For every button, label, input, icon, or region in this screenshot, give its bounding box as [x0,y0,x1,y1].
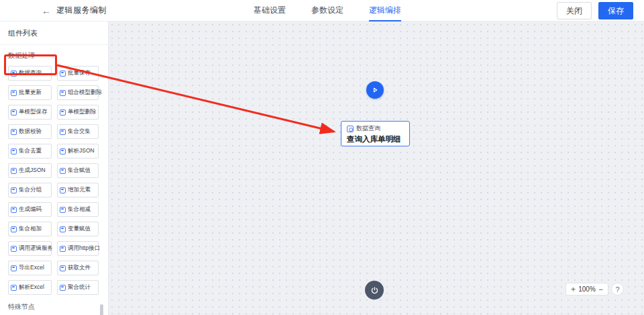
component-icon [60,285,66,291]
flow-canvas[interactable]: 数据查询 查询入库单明细 + 100% − ? [109,21,644,315]
component-label: 单模型删除 [68,108,97,116]
component-icon [60,207,66,213]
sidebar-title: 组件列表 [0,21,108,45]
component-button[interactable]: 生成编码 [8,202,52,217]
component-label: 解析Excel [19,283,44,291]
component-button[interactable]: 组合模型删除 [57,85,99,100]
component-button[interactable]: 生成JSON [8,163,52,178]
back-arrow-icon[interactable]: ← [42,5,51,16]
close-button[interactable]: 关闭 [557,2,592,19]
component-icon [11,265,17,271]
component-label: 解析JSON [68,147,95,155]
zoom-in-button[interactable]: + [571,285,576,294]
component-label: 集合相加 [19,225,42,233]
component-button[interactable]: 数据查询 [8,66,52,81]
component-sidebar: 组件列表 数据处理 数据查询 批量保存 批量更新 组合模型删除 单模型保存 单模… [0,21,109,315]
tab-bar: 基础设置 参数设定 逻辑编排 [254,0,401,21]
component-label: 生成编码 [19,206,42,214]
tab-logic-orchestration[interactable]: 逻辑编排 [369,0,401,21]
component-button[interactable]: 获取文件 [57,261,99,275]
component-icon [11,129,17,135]
component-icon [60,148,66,154]
component-icon [11,71,17,77]
node-header: 数据查询 [347,124,404,133]
component-button[interactable]: 批量保存 [57,66,99,81]
component-icon [60,187,66,193]
component-button[interactable]: 集合相加 [8,222,52,236]
tab-basic-settings[interactable]: 基础设置 [254,0,286,21]
section-label-data-processing: 数据处理 [0,45,108,64]
flow-node-data-query[interactable]: 数据查询 查询入库单明细 [341,121,410,146]
page-title: 逻辑服务编制 [56,5,107,16]
component-icon [11,148,17,154]
start-node-button[interactable] [366,81,384,99]
component-icon [60,226,66,232]
component-label: 集合分组 [19,186,42,194]
zoom-level: 100% [578,285,596,293]
component-button[interactable]: 导出Excel [8,261,52,275]
component-icon [11,226,17,232]
node-type-label: 数据查询 [356,124,380,133]
component-icon [11,285,17,291]
component-icon [60,168,66,174]
component-label: 调用http接口 [68,244,100,253]
component-label: 数据校验 [19,128,42,136]
component-icon [11,187,17,193]
topbar: ← 逻辑服务编制 基础设置 参数设定 逻辑编排 关闭 保存 [0,0,644,21]
component-button[interactable]: 调用http接口 [57,241,99,256]
component-button[interactable]: 批量更新 [8,85,52,100]
component-button[interactable]: 解析JSON [57,144,99,159]
power-icon [370,286,379,295]
component-icon [60,90,66,96]
component-label: 调用逻辑服务 [19,244,53,253]
back-group[interactable]: ← 逻辑服务编制 [0,5,107,16]
component-icon [60,246,66,252]
component-label: 数据查询 [19,69,42,77]
end-node-button[interactable] [365,281,384,300]
component-label: 增加元素 [68,186,91,194]
component-label: 批量保存 [68,69,91,77]
logic-service-editor: ← 逻辑服务编制 基础设置 参数设定 逻辑编排 关闭 保存 组件列表 数据处理 … [0,0,644,315]
component-label: 生成JSON [19,167,46,175]
component-label: 集合去重 [19,147,42,155]
component-button[interactable]: 集合赋值 [57,163,99,178]
component-button[interactable]: 单模型保存 [8,105,52,120]
component-icon [60,71,66,77]
component-icon [11,246,17,252]
component-button[interactable]: 调用逻辑服务 [8,241,52,256]
node-name: 查询入库单明细 [347,134,404,144]
component-button[interactable]: 集合分组 [8,183,52,197]
component-button[interactable]: 集合去重 [8,144,52,159]
component-button[interactable]: 数据校验 [8,124,52,139]
component-icon [60,109,66,116]
component-label: 获取文件 [68,264,91,272]
component-icon [11,90,17,96]
question-mark-icon: ? [615,285,619,294]
component-label: 聚合统计 [68,283,91,291]
component-button[interactable]: 解析Excel [8,280,52,295]
sidebar-scrollbar[interactable] [100,304,103,315]
component-button[interactable]: 变量赋值 [57,222,99,236]
component-button[interactable]: 单模型删除 [57,105,99,120]
component-label: 批量更新 [19,89,42,97]
component-icon [60,265,66,271]
help-button[interactable]: ? [611,283,624,296]
section-label-special-nodes: 特殊节点 [0,296,108,315]
data-query-icon [347,126,354,132]
tab-parameter-settings[interactable]: 参数设定 [311,0,343,21]
component-button[interactable]: 增加元素 [57,183,99,197]
zoom-control: + 100% − [566,283,608,296]
component-icon [60,129,66,135]
component-button[interactable]: 聚合统计 [57,280,99,295]
zoom-out-button[interactable]: − [598,285,603,294]
component-label: 集合赋值 [68,167,91,175]
component-button[interactable]: 集合交集 [57,124,99,139]
component-label: 导出Excel [19,264,44,272]
component-label: 变量赋值 [68,225,91,233]
component-icon [11,168,17,174]
component-icon [11,207,17,213]
topbar-actions: 关闭 保存 [557,2,644,19]
component-button[interactable]: 集合相减 [57,202,99,217]
save-button[interactable]: 保存 [598,2,633,19]
component-label: 组合模型删除 [68,89,102,97]
